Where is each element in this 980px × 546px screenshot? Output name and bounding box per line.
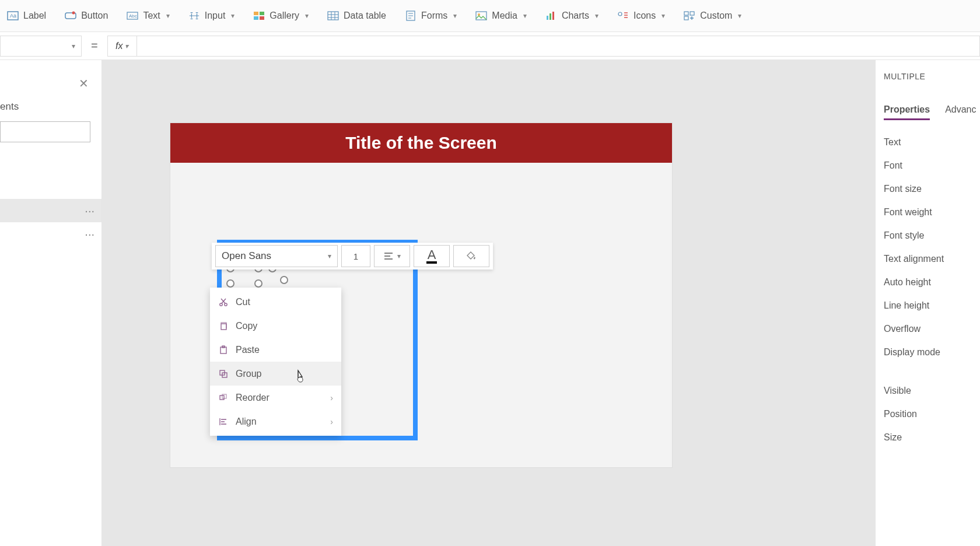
context-reorder[interactable]: Reorder › xyxy=(210,386,341,410)
prop-row[interactable]: Text alignment xyxy=(884,247,972,271)
chevron-down-icon: ▾ xyxy=(738,12,741,20)
context-paste[interactable]: Paste xyxy=(210,338,341,362)
chevron-down-icon: ▾ xyxy=(72,42,75,50)
forms-icon xyxy=(405,10,416,22)
align-icon xyxy=(383,252,394,260)
toolbar-label: Gallery xyxy=(270,10,299,21)
svg-rect-16 xyxy=(552,12,554,20)
tab-properties[interactable]: Properties xyxy=(884,104,930,120)
svg-rect-19 xyxy=(690,12,694,15)
chevron-down-icon: ▾ xyxy=(328,252,331,260)
panel-tabs: Properties Advanc xyxy=(884,104,972,120)
prop-row[interactable]: Font style xyxy=(884,224,972,247)
charts-icon xyxy=(545,10,557,22)
prop-row[interactable]: Font weight xyxy=(884,201,972,224)
insert-input[interactable]: Input ▾ xyxy=(186,6,237,25)
prop-row[interactable]: Visible xyxy=(884,379,972,402)
chevron-down-icon: ▾ xyxy=(523,12,527,20)
svg-rect-8 xyxy=(254,16,258,20)
insert-icons[interactable]: Icons ▾ xyxy=(615,6,667,25)
prop-row[interactable]: Text xyxy=(884,131,972,154)
context-copy[interactable]: Copy xyxy=(210,314,341,338)
close-icon[interactable]: ✕ xyxy=(79,76,89,90)
formula-input[interactable] xyxy=(137,36,979,56)
properties-panel: MULTIPLE Properties Advanc Text Font Fon… xyxy=(875,60,980,546)
gallery-icon xyxy=(253,10,265,22)
svg-rect-15 xyxy=(550,13,551,20)
equals-sign: = xyxy=(82,39,107,52)
font-color-button[interactable]: A xyxy=(414,245,450,267)
chevron-down-icon: ▾ xyxy=(166,12,170,20)
prop-row[interactable]: Font xyxy=(884,154,972,177)
group-icon xyxy=(218,369,229,379)
insert-text[interactable]: Abc Text ▾ xyxy=(124,6,172,25)
fx-label[interactable]: fx▾ xyxy=(108,36,137,56)
button-icon xyxy=(65,10,76,22)
context-cut[interactable]: Cut xyxy=(210,290,341,314)
tab-advanced[interactable]: Advanc xyxy=(945,104,976,120)
toolbar-label: Icons xyxy=(634,10,656,21)
insert-gallery[interactable]: Gallery ▾ xyxy=(251,6,311,25)
context-align[interactable]: Align › xyxy=(210,410,341,433)
toolbar-label: Input xyxy=(205,10,226,21)
selection-header: MULTIPLE xyxy=(884,72,972,81)
insert-custom[interactable]: Custom ▾ xyxy=(681,6,744,25)
prop-row[interactable]: Display mode xyxy=(884,341,972,364)
svg-text:Abc: Abc xyxy=(129,13,137,19)
chevron-down-icon: ▾ xyxy=(453,12,457,20)
tree-item[interactable]: ··· xyxy=(0,199,102,222)
chevron-down-icon: ▾ xyxy=(305,12,309,20)
property-selector[interactable]: ▾ xyxy=(0,36,82,57)
text-icon: Abc xyxy=(127,10,138,22)
text-align-dropdown[interactable]: ▾ xyxy=(374,245,410,267)
svg-point-17 xyxy=(618,12,622,16)
toolbar-label: Forms xyxy=(421,10,447,21)
svg-rect-23 xyxy=(221,324,226,330)
formula-bar: ▾ = fx▾ xyxy=(0,32,980,60)
toolbar-label: Text xyxy=(143,10,160,21)
chevron-down-icon: ▾ xyxy=(662,12,665,20)
selection-handle[interactable] xyxy=(226,279,235,288)
insert-datatable[interactable]: Data table xyxy=(325,6,388,25)
font-color-icon: A xyxy=(426,249,438,264)
formula-input-wrap: fx▾ xyxy=(107,36,980,57)
table-icon xyxy=(327,10,339,22)
format-mini-toolbar: Open Sans ▾ 1 ▾ A xyxy=(212,243,493,270)
svg-rect-20 xyxy=(684,16,688,20)
insert-media[interactable]: Media ▾ xyxy=(473,6,529,25)
font-family-dropdown[interactable]: Open Sans ▾ xyxy=(215,245,338,267)
svg-rect-9 xyxy=(260,16,264,20)
context-group[interactable]: Group xyxy=(210,362,341,386)
fill-color-button[interactable] xyxy=(453,245,489,267)
prop-row[interactable]: Auto height xyxy=(884,271,972,294)
toolbar-label: Button xyxy=(81,10,108,21)
svg-text:Aa: Aa xyxy=(10,13,16,19)
prop-row[interactable]: Position xyxy=(884,402,972,426)
prop-row[interactable]: Size xyxy=(884,426,972,449)
prop-row[interactable]: Font size xyxy=(884,177,972,201)
svg-rect-7 xyxy=(260,12,264,15)
screen-title: Title of the Screen xyxy=(170,123,672,163)
prop-row[interactable]: Overflow xyxy=(884,317,972,341)
svg-rect-6 xyxy=(254,12,258,15)
media-icon xyxy=(475,10,487,22)
prop-row[interactable]: Line height xyxy=(884,294,972,317)
search-input[interactable] xyxy=(0,121,90,142)
context-menu: Cut Copy Paste Group Reorder › Align xyxy=(210,288,341,436)
svg-rect-18 xyxy=(684,12,688,15)
selection-handle[interactable] xyxy=(254,279,262,288)
selection-handle[interactable] xyxy=(280,276,288,284)
insert-forms[interactable]: Forms ▾ xyxy=(402,6,459,25)
paste-icon xyxy=(218,345,229,355)
label-icon: Aa xyxy=(7,10,19,22)
canvas[interactable]: Title of the Screen Apple Orange Open Sa… xyxy=(102,60,875,546)
insert-charts[interactable]: Charts ▾ xyxy=(543,6,601,25)
svg-point-22 xyxy=(225,303,227,305)
insert-label[interactable]: Aa Label xyxy=(5,6,48,25)
font-size-input[interactable]: 1 xyxy=(341,245,370,267)
insert-button[interactable]: Button xyxy=(62,6,110,25)
svg-point-3 xyxy=(72,12,75,15)
reorder-icon xyxy=(218,393,229,403)
tree-item[interactable]: ··· xyxy=(0,222,102,246)
svg-point-21 xyxy=(220,303,222,305)
